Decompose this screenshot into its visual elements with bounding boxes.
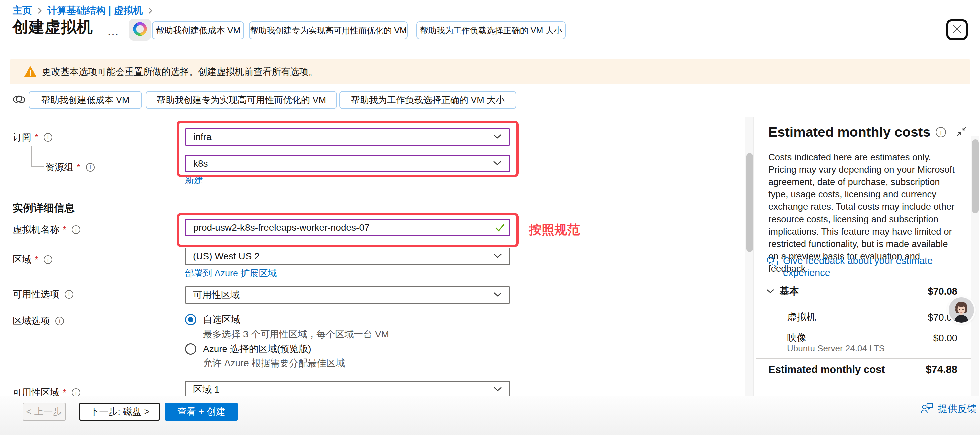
next-disks-button[interactable]: 下一步: 磁盘 >	[80, 403, 160, 421]
page-title: 创建虚拟机	[13, 17, 93, 38]
copilot-button[interactable]	[129, 19, 151, 41]
divider	[756, 358, 970, 359]
availability-options-label: 可用性选项	[13, 288, 73, 301]
panel-scrollbar-thumb[interactable]	[972, 139, 978, 214]
tree-connector	[32, 166, 44, 167]
chevron-down-icon	[766, 289, 774, 294]
cost-group-basic[interactable]: 基本 $70.08	[766, 285, 957, 298]
annotation-box-subscription	[177, 121, 519, 177]
info-icon[interactable]	[44, 255, 52, 264]
estimate-feedback-link[interactable]: Give feedback about your estimate experi…	[767, 255, 940, 279]
subscription-label: 订阅*	[13, 131, 52, 143]
zone-options-label: 区域选项	[13, 315, 64, 327]
vm-name-label: 虚拟机名称*	[13, 223, 81, 236]
assist-button-low-cost[interactable]: 帮助我创建低成本 VM	[152, 21, 244, 40]
review-create-button[interactable]: 查看 + 创建	[165, 403, 238, 421]
chevron-down-icon	[493, 253, 502, 260]
section-instance-details: 实例详细信息	[13, 201, 75, 215]
region-label: 区域*	[13, 253, 52, 266]
resource-group-label: 资源组*	[45, 161, 94, 174]
chevron-right-icon	[37, 7, 42, 14]
zone-radio-azure-select[interactable]: Azure 选择的区域(预览版)	[185, 343, 311, 355]
assist2-button-right-size[interactable]: 帮助我为工作负载选择正确的 VM 大小	[339, 91, 516, 109]
assist-button-high-availability[interactable]: 帮助我创建专为实现高可用性而优化的 VM	[249, 21, 408, 40]
info-icon[interactable]	[86, 163, 94, 172]
collapse-icon[interactable]	[956, 126, 967, 138]
chevron-down-icon	[493, 387, 502, 393]
cost-total-row: Estimated monthly cost $74.88	[768, 363, 957, 376]
cost-panel-title: Estimated monthly costs	[768, 124, 930, 140]
footer-bar: < 上一步 下一步: 磁盘 > 查看 + 创建 提供反馈	[0, 396, 980, 435]
required-marker: *	[63, 224, 67, 235]
radio-unselected-icon[interactable]	[185, 343, 196, 355]
chevron-down-icon	[493, 292, 502, 298]
cost-item-image: 映像 $0.00	[787, 331, 957, 345]
info-icon[interactable]	[65, 290, 73, 299]
breadcrumb-vm[interactable]: 计算基础结构 | 虚拟机	[48, 4, 143, 18]
panel-scrollbar[interactable]	[970, 136, 979, 396]
required-marker: *	[77, 162, 81, 173]
region-dropdown[interactable]: (US) West US 2	[185, 248, 510, 265]
close-icon	[951, 23, 963, 37]
assist-button-right-size[interactable]: 帮助我为工作负载选择正确的 VM 大小	[416, 21, 566, 40]
breadcrumb-home[interactable]: 主页	[13, 4, 32, 18]
chevron-right-icon	[148, 7, 153, 14]
feedback-bubbles-icon	[767, 257, 779, 279]
copilot-icon	[133, 22, 147, 38]
cost-item-vm: 虚拟机 $70.08	[787, 311, 957, 324]
create-vm-page: 主页 计算基础结构 | 虚拟机 创建虚拟机 … 帮助我创建低成本 VM 帮助我创…	[0, 0, 980, 435]
edge-zone-link[interactable]: 部署到 Azure 扩展区域	[185, 267, 277, 279]
more-menu-button[interactable]: …	[107, 24, 120, 38]
main-scrollbar-thumb[interactable]	[746, 153, 753, 252]
info-icon[interactable]	[44, 133, 52, 142]
breadcrumb: 主页 计算基础结构 | 虚拟机	[13, 4, 153, 18]
zone-radio-azure-select-desc: 允许 Azure 根据需要分配最佳区域	[203, 357, 345, 370]
feedback-link[interactable]: 提供反馈	[921, 402, 977, 416]
radio-selected-icon[interactable]	[185, 314, 196, 325]
panel-divider	[754, 115, 755, 396]
copilot-outline-icon	[12, 92, 26, 108]
info-icon[interactable]	[935, 127, 946, 137]
info-icon[interactable]	[56, 317, 64, 325]
cost-item-image-sub: Ubuntu Server 24.04 LTS	[787, 343, 885, 354]
tree-connector	[32, 147, 32, 167]
annotation-note: 按照规范	[529, 221, 580, 238]
assist2-button-low-cost[interactable]: 帮助我创建低成本 VM	[29, 91, 142, 109]
availability-options-dropdown[interactable]: 可用性区域	[185, 286, 510, 304]
zone-radio-self-select[interactable]: 自选区域	[185, 313, 240, 326]
warning-icon	[24, 66, 37, 78]
required-marker: *	[35, 254, 38, 265]
warning-banner: 更改基本选项可能会重置所做的选择。创建虚拟机前查看所有选项。	[10, 59, 970, 84]
cost-panel-header: Estimated monthly costs	[768, 124, 957, 140]
zone-radio-self-select-desc: 最多选择 3 个可用性区域，每个区域一台 VM	[203, 328, 389, 341]
close-button[interactable]	[946, 19, 968, 40]
annotation-box-vm-name	[177, 213, 519, 247]
main-scrollbar[interactable]	[745, 117, 754, 396]
warning-text: 更改基本选项可能会重置所做的选择。创建虚拟机前查看所有选项。	[42, 66, 318, 78]
person-feedback-icon	[921, 402, 934, 416]
info-icon[interactable]	[72, 225, 81, 234]
required-marker: *	[35, 132, 38, 143]
avatar[interactable]	[948, 297, 974, 323]
previous-button[interactable]: < 上一步	[23, 403, 66, 421]
assist2-button-high-availability[interactable]: 帮助我创建专为实现高可用性而优化的 VM	[146, 91, 337, 109]
